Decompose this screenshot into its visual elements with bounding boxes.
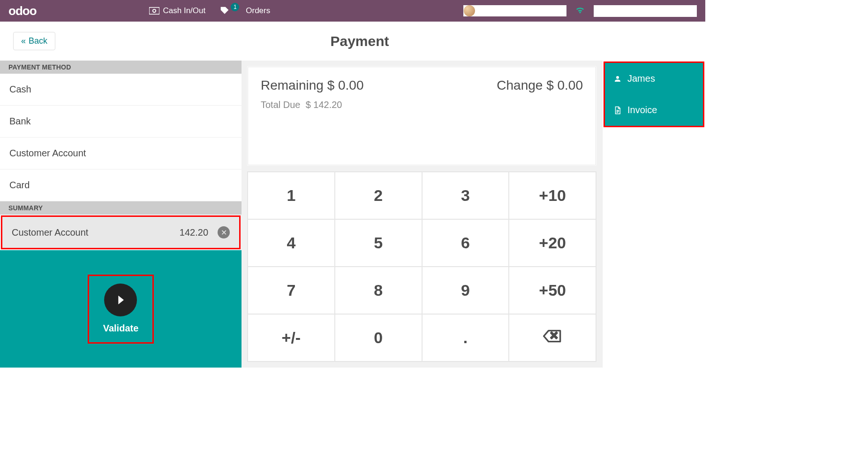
numpad-5[interactable]: 5 xyxy=(335,219,422,267)
numpad-2[interactable]: 2 xyxy=(335,172,422,219)
change-value: $ 0.00 xyxy=(546,78,583,92)
close-button[interactable]: Close xyxy=(594,5,697,17)
change: Change $ 0.00 xyxy=(497,78,583,93)
numpad: 1 2 3 +10 4 5 6 +20 7 8 9 +50 +/- 0 . xyxy=(247,171,596,362)
right-panel: James Invoice xyxy=(602,61,705,368)
summary-header: SUMMARY xyxy=(0,201,242,215)
signout-icon xyxy=(594,5,604,17)
numpad-dot[interactable]: . xyxy=(422,314,509,361)
total-due: Total Due $ 142.20 xyxy=(261,100,583,110)
payment-method-customer-account[interactable]: Customer Account xyxy=(0,138,242,169)
center-panel: Remaining $ 0.00 Change $ 0.00 Total Due… xyxy=(242,61,602,368)
total-due-label: Total Due xyxy=(261,100,301,110)
summary-line[interactable]: Customer Account 142.20 ✕ xyxy=(1,215,241,249)
payment-method-list: Cash Bank Customer Account Card xyxy=(0,74,242,201)
user-icon xyxy=(613,75,622,83)
page-title: Payment xyxy=(27,33,692,49)
customer-button[interactable]: James xyxy=(605,63,703,94)
remaining: Remaining $ 0.00 xyxy=(261,78,364,93)
wifi-icon xyxy=(575,5,585,17)
payment-method-cash[interactable]: Cash xyxy=(0,74,242,106)
user-menu[interactable]: Mitchell Admin xyxy=(463,5,566,16)
svg-rect-0 xyxy=(149,8,159,15)
payment-method-card[interactable]: Card xyxy=(0,169,242,201)
tag-icon xyxy=(219,7,230,15)
invoice-button[interactable]: Invoice xyxy=(605,94,703,126)
numpad-7[interactable]: 7 xyxy=(248,267,335,314)
numpad-6[interactable]: 6 xyxy=(422,219,509,267)
left-panel: PAYMENT METHOD Cash Bank Customer Accoun… xyxy=(0,61,242,368)
numpad-sign[interactable]: +/- xyxy=(248,314,335,361)
numpad-4[interactable]: 4 xyxy=(248,219,335,267)
validate-area: Validate xyxy=(0,250,242,368)
cash-in-out-label: Cash In/Out xyxy=(163,6,206,15)
numpad-backspace[interactable] xyxy=(509,314,596,361)
remaining-label: Remaining xyxy=(261,78,324,92)
numpad-plus10[interactable]: +10 xyxy=(509,172,596,219)
summary-line-amount: 142.20 xyxy=(180,227,208,238)
invoice-icon xyxy=(613,106,622,115)
svg-point-1 xyxy=(152,9,155,12)
backspace-icon xyxy=(543,327,562,349)
right-card: James Invoice xyxy=(604,61,704,127)
customer-name: James xyxy=(627,73,655,84)
numpad-8[interactable]: 8 xyxy=(335,267,422,314)
chevron-right-icon xyxy=(104,284,137,316)
remaining-value: $ 0.00 xyxy=(327,78,364,92)
change-label: Change xyxy=(497,78,543,92)
summary-line-name: Customer Account xyxy=(12,227,180,238)
orders-badge: 1 xyxy=(231,3,239,11)
avatar xyxy=(464,5,475,16)
main: PAYMENT METHOD Cash Bank Customer Accoun… xyxy=(0,61,705,368)
topbar: « Back Payment xyxy=(0,22,705,61)
cash-icon xyxy=(149,7,159,15)
numpad-0[interactable]: 0 xyxy=(335,314,422,361)
validate-label: Validate xyxy=(103,323,139,334)
validate-button[interactable]: Validate xyxy=(88,275,154,344)
numpad-9[interactable]: 9 xyxy=(422,267,509,314)
cash-in-out-button[interactable]: Cash In/Out xyxy=(149,6,206,15)
total-due-value: $ 142.20 xyxy=(306,100,342,110)
invoice-label: Invoice xyxy=(627,105,657,115)
app-header: odoo Cash In/Out 1 Orders Mitchell Admin… xyxy=(0,0,705,22)
payment-method-bank[interactable]: Bank xyxy=(0,106,242,138)
orders-button[interactable]: 1 Orders xyxy=(219,6,270,15)
payment-method-header: PAYMENT METHOD xyxy=(0,61,242,74)
numpad-3[interactable]: 3 xyxy=(422,172,509,219)
orders-label: Orders xyxy=(246,6,270,15)
numpad-plus50[interactable]: +50 xyxy=(509,267,596,314)
brand-logo[interactable]: odoo xyxy=(8,4,37,18)
chevron-left-icon: « xyxy=(21,36,26,46)
numpad-1[interactable]: 1 xyxy=(248,172,335,219)
delete-line-icon[interactable]: ✕ xyxy=(218,226,230,238)
amount-box: Remaining $ 0.00 Change $ 0.00 Total Due… xyxy=(247,66,596,166)
user-name: Mitchell Admin xyxy=(483,6,534,15)
numpad-plus20[interactable]: +20 xyxy=(509,219,596,267)
close-label: Close xyxy=(607,6,627,15)
